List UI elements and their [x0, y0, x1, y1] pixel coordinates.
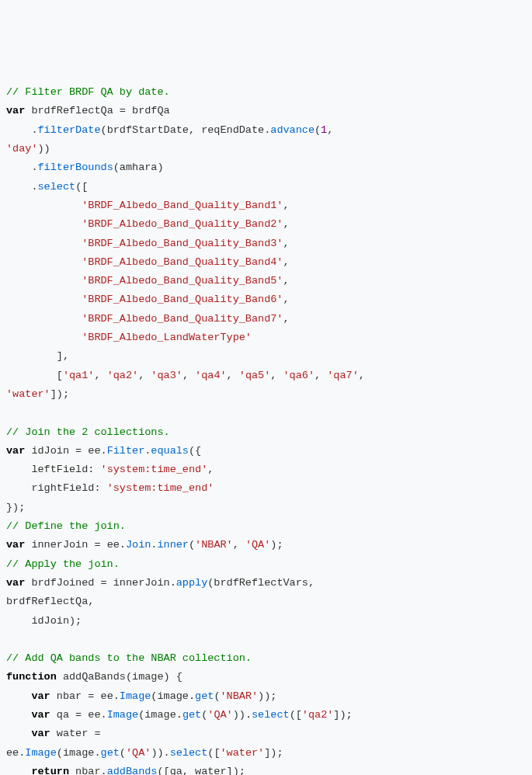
keyword: var	[6, 445, 25, 457]
string: 'BRDF_Albedo_Band_Quality_Band4'	[82, 256, 283, 268]
code-text: (image.	[57, 747, 101, 759]
code-text: addQaBands(image) {	[57, 671, 183, 683]
code-text: qa = ee.	[50, 709, 107, 721]
pad	[6, 256, 82, 268]
code-text: (amhara)	[113, 162, 164, 173]
pad	[6, 294, 82, 305]
comment: // Filter BRDF QA by date.	[6, 86, 170, 98]
string: 'BRDF_Albedo_LandWaterType'	[82, 332, 252, 343]
method: inner	[157, 539, 189, 551]
string: 'qa3'	[151, 370, 183, 381]
code-text: (	[315, 124, 321, 136]
code-text: .	[6, 162, 38, 173]
string: 'qa1'	[63, 370, 95, 381]
method: Image	[25, 747, 57, 759]
string: 'BRDF_Albedo_Band_Quality_Band2'	[82, 218, 283, 230]
code-text: idJoin);	[6, 615, 82, 627]
code-text: (	[120, 747, 126, 759]
code-text: )).	[233, 709, 252, 721]
code-text: innerJoin = ee.	[25, 539, 126, 551]
method: apply	[176, 577, 208, 589]
method: filterDate	[38, 124, 101, 136]
code-text: idJoin = ee.	[25, 445, 106, 457]
code-text: )).	[151, 747, 169, 759]
pad	[6, 728, 31, 739]
code-text: (	[189, 539, 195, 551]
code-text: brdfReflectQa,	[6, 596, 94, 607]
code-text: (image.	[151, 690, 195, 702]
string: 'system:time_end'	[101, 464, 208, 475]
code-text: ([qa, water]);	[157, 766, 245, 775]
code-text: });	[6, 502, 25, 513]
keyword: var	[6, 577, 25, 589]
keyword: var	[6, 539, 25, 551]
pad	[6, 313, 82, 325]
string: 'NBAR'	[221, 690, 259, 702]
keyword: var	[31, 690, 50, 702]
code-text: .	[6, 181, 38, 193]
pad	[6, 200, 82, 211]
string: 'BRDF_Albedo_Band_Quality_Band3'	[82, 238, 283, 249]
code-text: [	[6, 370, 63, 381]
string: 'qa6'	[283, 370, 315, 381]
code-text: ,	[327, 124, 333, 136]
method: Image	[107, 709, 139, 721]
code-text: ([	[290, 709, 302, 721]
string: 'qa2'	[107, 370, 139, 381]
code-text: (	[214, 690, 220, 702]
code-text: ]);	[50, 388, 69, 400]
code-text: ]);	[264, 747, 283, 759]
string: 'qa5'	[239, 370, 271, 381]
method: select	[170, 747, 208, 759]
string: 'QA'	[207, 709, 232, 721]
code-text: ([	[207, 747, 220, 759]
code-text: (image.	[138, 709, 183, 721]
method: Join	[126, 539, 151, 551]
keyword: function	[6, 671, 57, 683]
keyword: return	[31, 766, 69, 775]
code-text: rightField:	[6, 482, 107, 494]
pad	[6, 709, 31, 721]
code-text: ,	[207, 464, 214, 475]
string: 'BRDF_Albedo_Band_Quality_Band5'	[82, 275, 283, 287]
comment: // Define the join.	[6, 520, 126, 532]
string: 'QA'	[245, 539, 270, 551]
code-text: );	[270, 539, 283, 551]
method: get	[183, 709, 201, 721]
code-text: ]);	[333, 709, 352, 721]
code-text: ee.	[6, 747, 25, 759]
pad	[6, 275, 82, 287]
string: 'day'	[6, 143, 38, 155]
code-text: nbar = ee.	[50, 690, 120, 702]
pad	[6, 766, 31, 775]
string: 'BRDF_Albedo_Band_Quality_Band7'	[82, 313, 283, 325]
method: Filter	[107, 445, 145, 457]
keyword: var	[6, 105, 25, 116]
code-text: nbar.	[69, 766, 107, 775]
string: 'qa2'	[302, 709, 334, 721]
number: 1	[321, 124, 327, 136]
string: 'system:time_end'	[107, 482, 214, 494]
method: equals	[151, 445, 189, 457]
code-text: .	[6, 124, 38, 136]
string: 'QA'	[126, 747, 151, 759]
code-text: (brdfReflectVars,	[207, 577, 315, 589]
method: get	[195, 690, 214, 702]
keyword: var	[31, 728, 50, 739]
code-text: (brdfStartDate, reqEndDate.	[101, 124, 271, 136]
pad	[6, 690, 31, 702]
code-text: ));	[258, 690, 276, 702]
string: 'qa7'	[327, 370, 359, 381]
keyword: var	[31, 709, 50, 721]
string: 'qa4'	[195, 370, 227, 381]
method: filterBounds	[38, 162, 113, 173]
method: select	[38, 181, 76, 193]
code-text: ))	[38, 143, 50, 155]
string: 'NBAR'	[195, 539, 233, 551]
pad	[6, 218, 82, 230]
method: advance	[270, 124, 315, 136]
string: 'water'	[221, 747, 265, 759]
string: 'BRDF_Albedo_Band_Quality_Band6'	[82, 294, 283, 305]
method: select	[252, 709, 290, 721]
string: 'BRDF_Albedo_Band_Quality_Band1'	[82, 200, 283, 211]
